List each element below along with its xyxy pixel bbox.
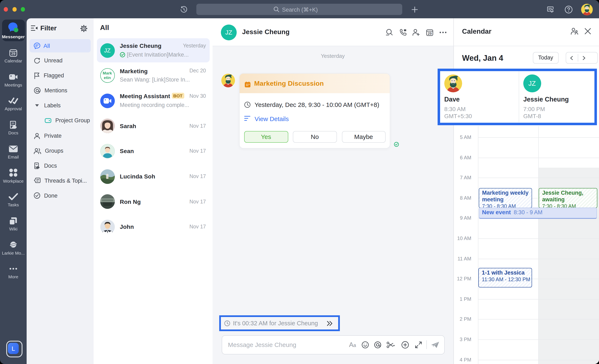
svg-text:29: 29: [428, 31, 432, 36]
svg-text:29: 29: [11, 52, 15, 56]
